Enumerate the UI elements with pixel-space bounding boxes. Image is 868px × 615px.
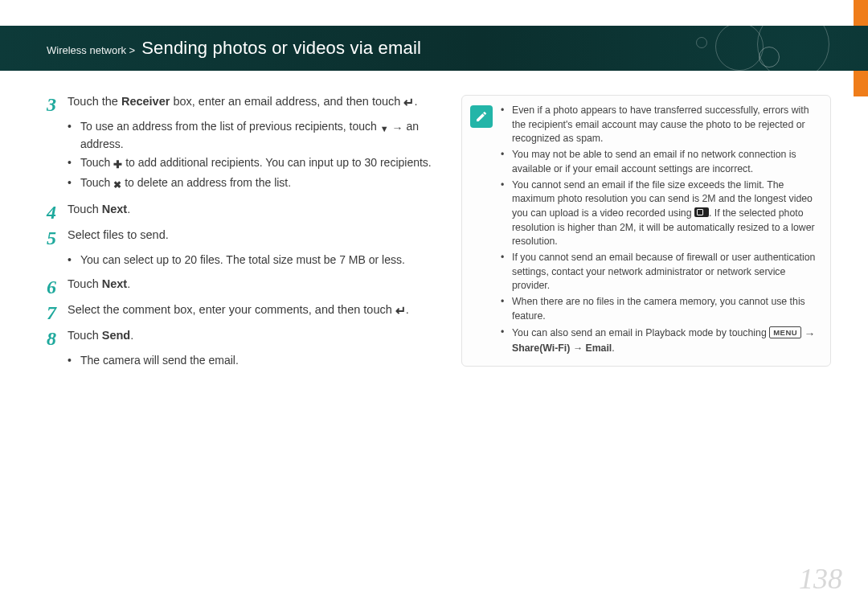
step-text: Select files to send. [68,227,440,248]
sub-list: • To use an address from the list of pre… [68,119,440,193]
text: You may not be able to send an email if … [512,148,819,176]
step-6: 6 Touch Next. [47,276,440,297]
arrow-icon [805,326,816,342]
text: . [130,329,133,342]
note-icon-wrap [470,104,501,358]
list-item: • You can select up to 20 files. The tot… [68,252,440,269]
close-icon [113,177,121,193]
bullet: • [68,175,80,193]
deco-circle [696,37,707,48]
bullet: • [501,251,512,293]
text: If you cannot send an email because of f… [512,251,819,293]
enter-icon [395,302,406,320]
enter-icon [403,94,414,112]
list-item: • You can also send an email in Playback… [501,326,819,356]
page-title: Sending photos or videos via email [141,38,421,59]
bullet: • [501,104,512,146]
sub-list: • You can select up to 20 files. The tot… [68,252,440,269]
step-7: 7 Select the comment box, enter your com… [47,301,440,322]
text-bold: Share(Wi-Fi) → Email [512,342,612,354]
text: to delete an address from the list. [121,176,291,189]
dropdown-icon [380,121,389,137]
list-item: •If you cannot send an email because of … [501,251,819,293]
text: Touch [68,277,102,290]
step-number: 6 [47,276,68,297]
list-item: • To use an address from the list of pre… [68,119,440,153]
list-item: • You cannot send an email if the file s… [501,178,819,250]
list-item: •Even if a photo appears to have transfe… [501,104,819,146]
step-text: Touch Next. [68,201,440,222]
breadcrumb-prefix: Wireless network > [47,44,135,56]
text: Select the comment box, enter your comme… [68,303,395,316]
bullet: • [68,155,80,173]
text: To use an address from the list of previ… [80,119,440,153]
text: When there are no files in the camera me… [512,295,819,323]
step-8: 8 Touch Send. [47,327,440,348]
menu-badge-icon: MENU [769,326,801,338]
manual-page: Wireless network > Sending photos or vid… [0,0,868,615]
list-item: •You may not be able to send an email if… [501,148,819,176]
step-3: 3 Touch the Receiver box, enter an email… [47,93,440,114]
step-5: 5 Select files to send. [47,227,440,248]
step-text: Touch Send. [68,327,440,348]
page-number: 138 [799,562,842,596]
content-area: 3 Touch the Receiver box, enter an email… [47,93,834,377]
bullet: • [68,252,80,269]
list-item: • The camera will send the email. [68,353,440,369]
list-item: •When there are no files in the camera m… [501,295,819,323]
step-4: 4 Touch Next. [47,201,440,222]
list-item: • Touch to add additional recipients. Yo… [68,155,440,173]
header-banner: Wireless network > Sending photos or vid… [0,26,868,71]
text: You can select up to 20 files. The total… [80,252,440,269]
bullet: • [68,353,80,369]
bullet: • [501,178,512,250]
steps-column: 3 Touch the Receiver box, enter an email… [47,93,440,377]
text: Touch [68,203,102,215]
text: Touch to delete an address from the list… [80,175,440,193]
list-item: • Touch to delete an address from the li… [68,175,440,193]
text: Touch [80,176,113,189]
text: Touch the [68,95,121,108]
pen-icon [470,105,493,128]
step-number: 3 [47,93,68,114]
plus-icon [113,157,122,173]
text: You can also send an email in Playback m… [512,326,819,356]
step-text: Touch Next. [68,276,440,297]
bullet: • [501,326,512,356]
deco-circle [715,23,764,71]
step-text: Touch the Receiver box, enter an email a… [68,93,440,114]
step-number: 5 [47,227,68,248]
text: Touch to add additional recipients. You … [80,155,440,173]
video-mode-icon [694,207,709,217]
text-bold: Receiver [121,95,170,108]
note-box: •Even if a photo appears to have transfe… [461,95,831,367]
step-number: 7 [47,301,68,322]
text-bold: Next [102,277,127,290]
text: To use an address from the list of previ… [80,120,380,133]
bullet: • [501,295,512,323]
bullet: • [68,119,80,153]
arrow-icon [392,121,403,137]
text-bold: Send [102,329,130,342]
text: Touch [80,156,113,169]
sub-list: • The camera will send the email. [68,353,440,369]
text: Even if a photo appears to have transfer… [512,104,819,146]
text: Touch [68,329,102,342]
text: You cannot send an email if the file siz… [512,178,819,250]
text: box, enter an email address, and then to… [170,95,403,108]
step-number: 4 [47,201,68,222]
step-text: Select the comment box, enter your comme… [68,301,440,322]
text: to add additional recipients. You can in… [122,156,432,169]
text: . [127,203,130,215]
text: . [127,277,130,290]
deco-circle [757,8,829,80]
text: You can also send an email in Playback m… [512,327,769,338]
note-column: •Even if a photo appears to have transfe… [461,93,831,377]
bullet: • [501,148,512,176]
text: . [612,342,614,354]
text-bold: Next [102,203,127,215]
text: The camera will send the email. [80,353,440,369]
note-list: •Even if a photo appears to have transfe… [501,104,819,358]
step-number: 8 [47,327,68,348]
